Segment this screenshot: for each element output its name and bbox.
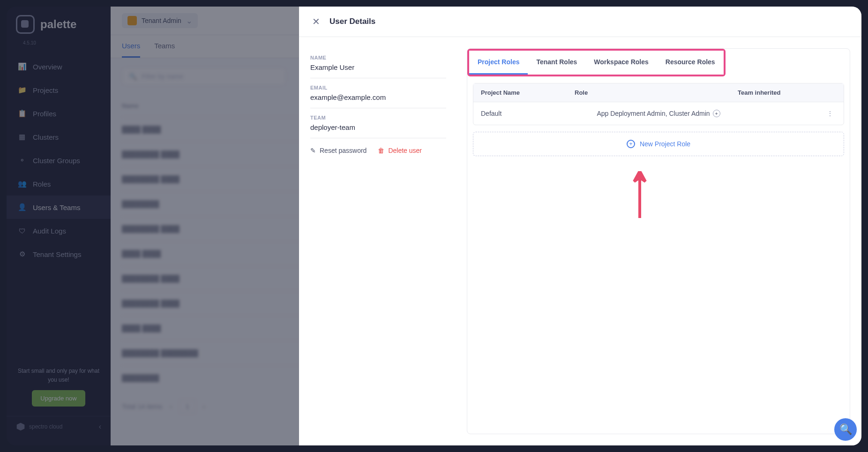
email-value: example@example.com [310, 93, 446, 101]
roles-tabs-highlighted: Project Roles Tenant Roles Workspace Rol… [467, 49, 726, 76]
drawer-body: NAME Example User EMAIL example@example.… [299, 37, 861, 445]
name-label: NAME [310, 55, 446, 60]
col-team-inherited: Team inherited [738, 89, 822, 96]
more-menu-icon[interactable]: ⋮ [827, 110, 836, 117]
reset-label: Reset password [320, 147, 367, 154]
help-button[interactable]: 🔍 [834, 418, 857, 441]
col-project-name: Project Name [481, 89, 556, 96]
team-field: TEAM deployer-team [310, 108, 446, 138]
project-name-cell: Default [481, 110, 556, 117]
reset-password-link[interactable]: ✎ Reset password [310, 147, 367, 154]
arrow-annotation [630, 171, 649, 218]
roles-table: Project Name Role Team inherited Default… [473, 83, 844, 125]
roles-text: App Deployment Admin, Cluster Admin [597, 110, 710, 117]
close-button[interactable]: ✕ [312, 16, 320, 27]
tab-project-roles[interactable]: Project Roles [469, 51, 528, 75]
drawer-title: User Details [329, 17, 375, 26]
user-info-panel: NAME Example User EMAIL example@example.… [310, 48, 456, 434]
plus-circle-icon: + [627, 140, 635, 148]
tab-workspace-roles[interactable]: Workspace Roles [585, 51, 657, 75]
tab-tenant-roles[interactable]: Tenant Roles [528, 51, 585, 75]
team-label: TEAM [310, 115, 446, 121]
roles-table-header: Project Name Role Team inherited [473, 83, 844, 102]
search-help-icon: 🔍 [839, 423, 852, 436]
user-details-drawer: ✕ User Details NAME Example User EMAIL e… [299, 7, 861, 445]
roles-table-row[interactable]: Default App Deployment Admin, Cluster Ad… [473, 102, 844, 125]
tab-resource-roles[interactable]: Resource Roles [657, 51, 724, 75]
name-field: NAME Example User [310, 48, 446, 78]
email-label: EMAIL [310, 85, 446, 90]
close-icon: ✕ [312, 16, 320, 27]
user-actions: ✎ Reset password 🗑 Delete user [310, 138, 446, 154]
delete-user-link[interactable]: 🗑 Delete user [378, 147, 422, 154]
trash-icon: 🗑 [378, 147, 384, 154]
col-role: Role [556, 89, 738, 96]
edit-icon: ✎ [310, 147, 316, 154]
plus-badge-icon[interactable]: + [713, 110, 720, 117]
email-field: EMAIL example@example.com [310, 78, 446, 108]
team-value: deployer-team [310, 123, 446, 131]
new-role-label: New Project Role [640, 140, 690, 148]
name-value: Example User [310, 63, 446, 71]
roles-panel: Project Roles Tenant Roles Workspace Rol… [467, 48, 850, 434]
new-project-role-button[interactable]: + New Project Role [473, 132, 844, 156]
role-badges: App Deployment Admin, Cluster Admin + [556, 110, 742, 117]
delete-label: Delete user [388, 147, 422, 154]
drawer-header: ✕ User Details [299, 7, 861, 37]
